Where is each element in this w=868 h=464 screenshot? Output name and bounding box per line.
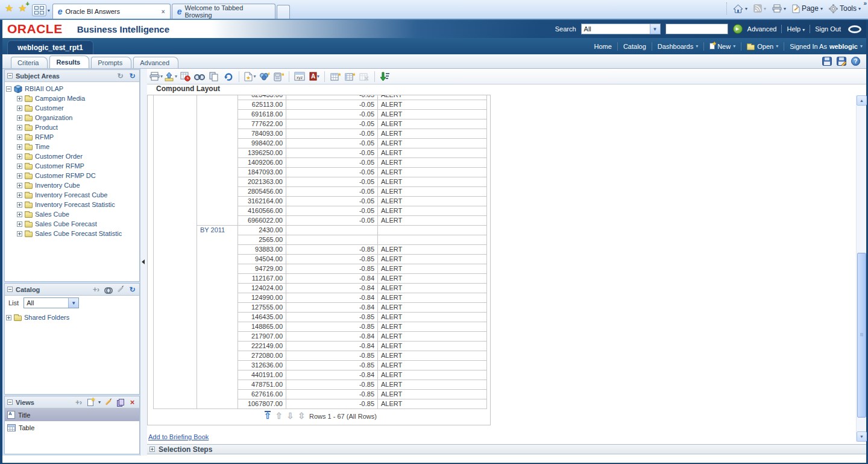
subject-area-folder[interactable]: Inventory Cube <box>6 180 138 190</box>
search-input[interactable] <box>665 24 728 34</box>
next-rows-icon[interactable]: ⇩ <box>287 412 294 420</box>
quick-tabs-button[interactable] <box>32 4 46 16</box>
expand-catalog-icon[interactable]: +› <box>92 285 101 294</box>
expand-node-icon[interactable] <box>17 115 22 121</box>
refresh-button[interactable] <box>222 70 235 83</box>
close-tab-icon[interactable]: × <box>162 8 165 15</box>
subject-area-folder[interactable]: Customer RFMP DC <box>6 171 138 180</box>
subject-area-folder[interactable]: Customer RFMP <box>6 161 138 171</box>
subject-area-folder[interactable]: Sales Cube Forecast <box>6 219 138 229</box>
new-view-chevron-icon[interactable]: ▾ <box>98 399 101 405</box>
sort-button[interactable] <box>379 70 392 83</box>
new-pivot-button[interactable]: ★ <box>329 70 342 83</box>
collapse-panel-icon[interactable] <box>7 73 13 78</box>
save-as-button[interactable] <box>837 57 846 66</box>
new-pivot-alt-button[interactable]: ★ <box>343 70 356 83</box>
selection-steps-bar[interactable]: Selection Steps <box>147 444 866 454</box>
expand-node-icon[interactable] <box>17 173 22 179</box>
chrome-overflow-icon[interactable]: » <box>863 0 867 7</box>
sign-out-link[interactable]: Sign Out <box>815 25 841 33</box>
browser-tab-oracle-bi-answers[interactable]: e Oracle BI Answers × <box>52 4 171 19</box>
subject-area-folder[interactable]: Time <box>6 142 138 151</box>
help-menu[interactable]: Help ▾ <box>787 25 805 33</box>
print-button[interactable]: ▾ <box>149 70 163 83</box>
subject-area-folder[interactable]: Customer Order <box>6 151 138 161</box>
expand-node-icon[interactable] <box>17 154 22 159</box>
collapse-panel-icon[interactable] <box>7 287 13 292</box>
subject-area-folder[interactable]: Organization <box>6 113 138 122</box>
home-button[interactable]: ▾ <box>733 4 747 13</box>
nav-open[interactable]: Open▾ <box>747 43 778 50</box>
help-button[interactable]: ? <box>851 57 860 66</box>
subject-area-folder[interactable]: Campaign Media <box>6 94 138 103</box>
expand-node-icon[interactable] <box>17 106 22 111</box>
search-scope-select[interactable]: All▼ <box>581 24 661 34</box>
all-rows-icon[interactable]: ⇳ <box>298 412 305 420</box>
report-subtab[interactable]: Advanced <box>133 57 178 68</box>
expand-node-icon[interactable] <box>6 315 11 320</box>
expand-node-icon[interactable] <box>17 183 22 188</box>
format-button[interactable]: A <box>307 70 321 83</box>
panel-splitter[interactable] <box>140 69 147 456</box>
expand-selection-steps-icon[interactable] <box>149 447 155 452</box>
copy-button[interactable] <box>207 70 221 83</box>
edit-catalog-icon[interactable] <box>116 285 125 294</box>
tools-menu[interactable]: Tools ▾ <box>829 4 861 13</box>
new-view-button[interactable]: ★ ▾ <box>243 70 256 83</box>
new-calculated-item-button[interactable]: ★ <box>272 70 285 83</box>
report-tab[interactable]: weblogic_test_rpt1 <box>7 40 93 54</box>
tab-list-chevron-icon[interactable]: ▾ <box>48 8 50 13</box>
xyz-properties-button[interactable]: xyz <box>293 70 306 83</box>
reload-metadata-icon[interactable]: ↻ <box>128 72 137 80</box>
add-to-briefing-book-link[interactable]: Add to Briefing Book <box>148 433 209 440</box>
nav-dashboards[interactable]: Dashboards▾ <box>658 43 698 50</box>
nav-new[interactable]: ★New▾ <box>709 43 735 50</box>
subject-area-folder[interactable]: RFMP <box>6 132 138 142</box>
previous-rows-icon[interactable]: ⇧ <box>275 412 283 420</box>
feeds-button[interactable]: ▾ <box>753 4 766 13</box>
subject-area-folder[interactable]: Product <box>6 122 138 132</box>
report-subtab[interactable]: Criteria <box>11 57 48 68</box>
subject-area-folder[interactable]: Customer <box>6 103 138 113</box>
new-tab-stub[interactable] <box>277 5 290 19</box>
report-subtab[interactable]: Prompts <box>91 57 131 68</box>
refresh-catalog-icon[interactable]: ↻ <box>128 285 137 294</box>
add-view-icon[interactable]: +› <box>74 398 83 407</box>
expand-node-icon[interactable] <box>17 221 22 227</box>
scroll-down-icon[interactable]: ▼ <box>857 431 867 442</box>
search-catalog-icon[interactable] <box>104 285 113 294</box>
scroll-up-icon[interactable]: ▲ <box>857 95 867 106</box>
refresh-display-icon[interactable]: ↻ <box>116 72 125 80</box>
view-list-item[interactable]: Table <box>5 421 139 434</box>
report-subtab[interactable]: Results <box>49 56 89 68</box>
scrollbar-thumb[interactable] <box>857 253 866 418</box>
collapse-panel-icon[interactable] <box>7 399 13 405</box>
save-button[interactable] <box>822 57 832 66</box>
expand-node-icon[interactable] <box>17 202 22 208</box>
expand-node-icon[interactable] <box>17 212 22 217</box>
favorites-star-icon[interactable]: ★ <box>5 2 13 14</box>
signed-in-as[interactable]: Signed In Asweblogic▾ <box>790 43 863 50</box>
new-group-button[interactable]: ★ <box>257 70 271 83</box>
collapse-node-icon[interactable] <box>6 86 11 92</box>
new-view-icon[interactable]: ★ <box>86 398 95 407</box>
subject-area-folder[interactable]: Sales Cube <box>6 209 138 219</box>
export-button[interactable]: ▾ <box>164 70 177 83</box>
collapse-sidebar-icon[interactable] <box>142 259 145 264</box>
duplicate-view-icon[interactable] <box>116 398 125 407</box>
expand-node-icon[interactable] <box>17 96 22 101</box>
expand-node-icon[interactable] <box>17 125 22 130</box>
subject-area-folder[interactable]: Inventory Forecast Statistic <box>6 200 138 209</box>
expand-node-icon[interactable] <box>17 192 22 198</box>
schedule-button[interactable] <box>178 70 192 83</box>
expand-node-icon[interactable] <box>17 135 22 140</box>
browser-tab-welcome[interactable]: e Welcome to Tabbed Browsing <box>172 4 275 19</box>
expand-node-icon[interactable] <box>17 164 22 169</box>
first-rows-icon[interactable]: ⇧ <box>264 412 271 420</box>
expand-node-icon[interactable] <box>17 231 22 237</box>
view-list-item[interactable]: Title <box>5 408 139 421</box>
catalog-list-select[interactable]: All▼ <box>24 297 79 308</box>
remove-view-icon[interactable]: × <box>128 398 137 407</box>
tree-root-rbiaii-olap[interactable]: RBIAII OLAP <box>6 84 138 94</box>
nav-catalog[interactable]: Catalog <box>623 43 646 50</box>
